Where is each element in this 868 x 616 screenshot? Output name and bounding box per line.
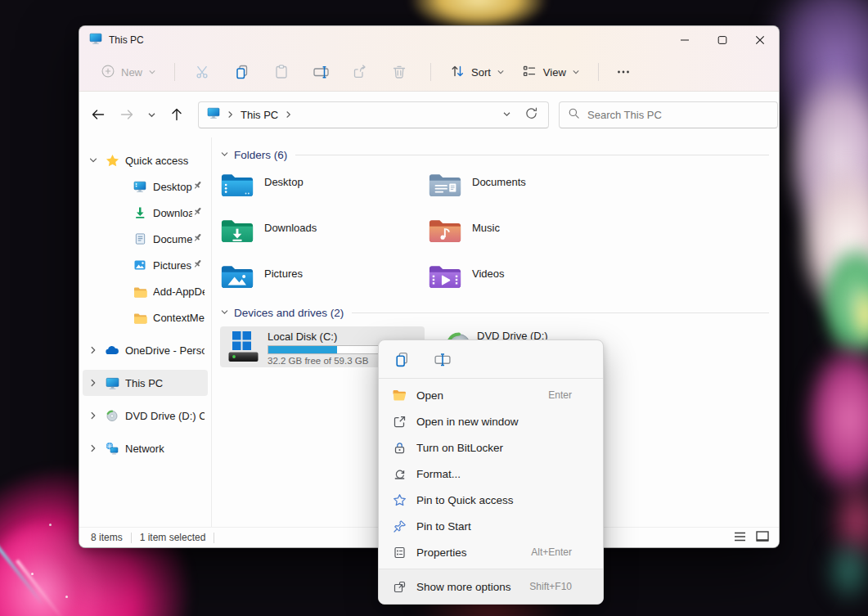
sidebar-item-network[interactable]: Network <box>83 435 208 461</box>
sidebar-item-this-pc[interactable]: This PC <box>83 370 208 396</box>
sort-icon <box>449 63 465 82</box>
sidebar-label: Downloads <box>153 207 192 219</box>
address-dropdown-icon[interactable] <box>502 107 511 122</box>
folders-grid: Desktop Documents Downloads Music Pictur… <box>220 172 772 292</box>
chevron-right-icon[interactable] <box>88 345 99 355</box>
share-button[interactable] <box>342 58 378 86</box>
rename-button[interactable] <box>303 58 339 86</box>
chevron-down-icon[interactable] <box>220 147 229 162</box>
search-icon <box>568 107 580 123</box>
sidebar-item-pictures[interactable]: Pictures <box>83 252 208 278</box>
refresh-icon[interactable] <box>524 106 538 124</box>
breadcrumb-chevron-icon[interactable] <box>227 107 234 122</box>
back-button[interactable] <box>84 101 111 128</box>
status-separator <box>214 533 214 543</box>
sidebar-item-quick-access[interactable]: Quick access <box>83 147 208 173</box>
breadcrumb-chevron-icon[interactable] <box>285 107 292 122</box>
documents-folder-icon <box>428 172 462 200</box>
pin-icon <box>192 205 204 220</box>
title-bar[interactable]: This PC <box>79 26 779 53</box>
menu-item-format[interactable]: Format... <box>379 461 603 487</box>
sidebar-item-onedrive[interactable]: OneDrive - Personal <box>83 337 208 363</box>
chevron-right-icon[interactable] <box>88 411 99 420</box>
context-menu-items: Open Enter Open in new window Turn on Bi… <box>379 379 603 569</box>
desktop-icon <box>132 180 148 193</box>
folder-tile-desktop[interactable]: Desktop <box>220 172 428 200</box>
maximize-button[interactable] <box>704 26 741 53</box>
sidebar-item-documents[interactable]: Documents <box>83 226 208 252</box>
rename-button[interactable] <box>431 348 454 371</box>
copy-button[interactable] <box>390 348 413 371</box>
menu-item-show-more-options[interactable]: Show more options Shift+F10 <box>379 569 603 604</box>
folder-icon <box>132 312 148 324</box>
search-input[interactable] <box>587 109 769 121</box>
folder-icon <box>132 286 148 298</box>
sidebar-item-desktop[interactable]: Desktop <box>83 173 208 200</box>
sidebar-label: DVD Drive (D:) CCCO <box>125 410 205 422</box>
status-separator <box>131 533 132 543</box>
chevron-down-icon <box>148 66 156 79</box>
menu-item-open-in-new-window[interactable]: Open in new window <box>379 408 603 434</box>
context-menu: Open Enter Open in new window Turn on Bi… <box>378 339 604 605</box>
documents-icon <box>132 232 148 245</box>
menu-item-open[interactable]: Open Enter <box>379 382 603 408</box>
folder-tile-videos[interactable]: Videos <box>428 263 636 292</box>
chevron-right-icon[interactable] <box>88 443 99 453</box>
folders-section-header[interactable]: Folders (6) <box>220 147 772 162</box>
minimize-button[interactable] <box>666 26 704 53</box>
wallpaper-sparkle <box>49 524 52 526</box>
devices-section-header[interactable]: Devices and drives (2) <box>220 305 772 320</box>
sidebar-item-dvd-drive[interactable]: DVD Drive (D:) CCCO <box>83 402 208 429</box>
window-title: This PC <box>109 34 144 46</box>
disk-usage-fill <box>268 346 337 353</box>
recent-locations-button[interactable] <box>142 101 161 128</box>
folder-label: Documents <box>472 176 526 200</box>
window-controls <box>666 26 779 53</box>
selection-count: 1 item selected <box>140 532 206 543</box>
menu-item-turn-on-bitlocker[interactable]: Turn on BitLocker <box>379 434 603 461</box>
view-icon <box>521 63 537 82</box>
downloads-folder-icon <box>220 218 254 246</box>
see-more-button[interactable] <box>609 58 638 86</box>
chevron-down-icon <box>497 66 505 79</box>
sidebar-label: This PC <box>125 377 205 389</box>
chevron-right-icon[interactable] <box>88 378 99 388</box>
delete-button[interactable] <box>381 58 417 86</box>
forward-button[interactable] <box>113 101 140 128</box>
breadcrumb-this-pc[interactable]: This PC <box>241 109 278 121</box>
onedrive-cloud-icon <box>104 344 120 357</box>
folder-tile-music[interactable]: Music <box>428 218 636 246</box>
search-box[interactable] <box>559 101 778 128</box>
cut-button[interactable] <box>185 58 221 86</box>
close-button[interactable] <box>741 26 779 53</box>
icons-view-button[interactable] <box>756 531 769 545</box>
pictures-icon <box>132 259 148 272</box>
folder-tile-documents[interactable]: Documents <box>428 172 636 200</box>
menu-item-pin-to-start[interactable]: Pin to Start <box>379 513 603 539</box>
view-button[interactable]: View <box>513 58 588 86</box>
properties-icon <box>392 546 407 560</box>
new-button[interactable]: New <box>92 58 164 86</box>
paste-button[interactable] <box>263 58 299 86</box>
star-outline-icon <box>392 493 407 507</box>
show-more-options-icon <box>392 580 407 594</box>
folder-tile-pictures[interactable]: Pictures <box>220 263 428 292</box>
folder-tile-downloads[interactable]: Downloads <box>220 218 428 246</box>
menu-item-pin-to-quick-access[interactable]: Pin to Quick access <box>379 487 603 513</box>
sort-button[interactable]: Sort <box>441 58 513 86</box>
sidebar-item-add-appdevpackage[interactable]: Add-AppDevPacka <box>83 278 208 304</box>
copy-button[interactable] <box>224 58 260 86</box>
window-header: This PC New Sort <box>79 26 779 92</box>
sidebar-item-contextmenucustom[interactable]: ContextMenuCust <box>83 304 208 330</box>
up-button[interactable] <box>163 101 190 128</box>
details-view-button[interactable] <box>734 532 746 544</box>
sidebar-label: Add-AppDevPacka <box>153 286 205 298</box>
pin-outline-icon <box>392 519 407 533</box>
chevron-down-icon[interactable] <box>88 155 99 165</box>
chevron-down-icon[interactable] <box>220 305 229 320</box>
breadcrumb-bar[interactable]: This PC <box>198 101 549 128</box>
downloads-icon <box>132 206 148 219</box>
menu-item-properties[interactable]: Properties Alt+Enter <box>379 539 603 565</box>
hard-drive-icon <box>227 330 261 367</box>
sidebar-item-downloads[interactable]: Downloads <box>83 200 208 226</box>
